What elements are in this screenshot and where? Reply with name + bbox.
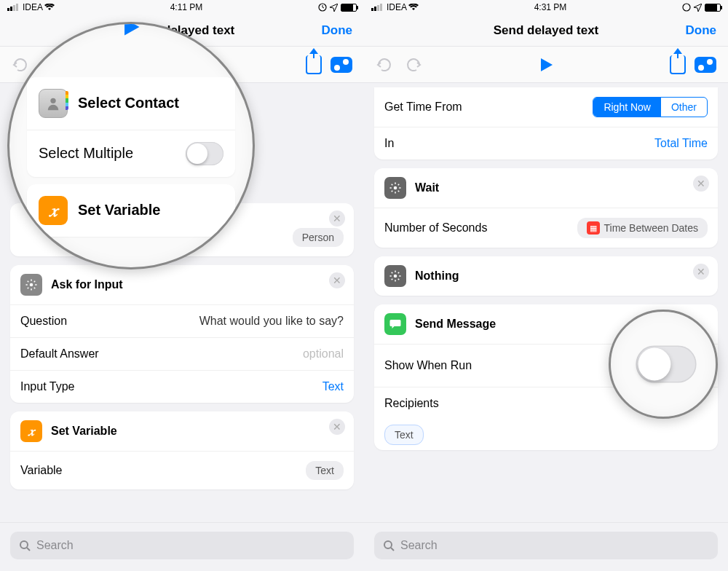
- location-icon: [330, 4, 338, 12]
- input-type-label: Input Type: [20, 380, 74, 393]
- seg-right-now[interactable]: Right Now: [593, 98, 661, 117]
- variable-icon: 𝑥: [39, 196, 68, 225]
- share-button[interactable]: [306, 55, 322, 74]
- play-button[interactable]: [121, 22, 141, 37]
- close-icon[interactable]: ✕: [693, 176, 709, 192]
- share-button[interactable]: [670, 55, 686, 74]
- question-row[interactable]: Question What would you like to say?: [10, 304, 354, 337]
- close-icon[interactable]: ✕: [329, 419, 345, 435]
- get-time-label: Get Time From: [384, 101, 462, 114]
- page-title: Send delayed text: [494, 23, 599, 38]
- status-bar: IDEA 4:11 PM: [0, 0, 364, 15]
- search-placeholder: Search: [36, 539, 74, 552]
- svg-point-2: [20, 541, 28, 548]
- signal-group: IDEA: [371, 2, 419, 12]
- nothing-card[interactable]: ✕ Nothing: [374, 256, 718, 296]
- question-label: Question: [20, 315, 67, 328]
- gear-icon: [20, 274, 42, 296]
- wifi-icon: [44, 4, 55, 11]
- calendar-icon: ▦: [587, 221, 600, 235]
- card-title: Set Variable: [51, 425, 117, 438]
- search-icon: [383, 540, 395, 551]
- input-type-row[interactable]: Input Type Text: [10, 370, 354, 403]
- search-input[interactable]: Search: [10, 532, 354, 559]
- default-answer-label: Default Answer: [20, 347, 99, 361]
- time-source-segmented[interactable]: Right Now Other: [593, 97, 708, 117]
- phone-left: IDEA 4:11 PM Send delayed text Done: [0, 0, 364, 571]
- card-title: Ask for Input: [51, 278, 123, 291]
- time-between-dates-pill[interactable]: ▦ Time Between Dates: [577, 218, 708, 238]
- location-icon: [694, 4, 702, 12]
- svg-line-9: [391, 548, 394, 551]
- close-icon[interactable]: ✕: [329, 272, 345, 288]
- message-body-area[interactable]: Text: [374, 420, 718, 450]
- variable-text-pill[interactable]: Text: [306, 461, 344, 480]
- phone-right: IDEA 4:31 PM Send delayed text Done Get …: [364, 0, 728, 571]
- svg-line-3: [27, 548, 30, 551]
- settings-toggle-button[interactable]: [331, 57, 352, 73]
- set-variable-card-2[interactable]: ✕ 𝑥 Set Variable Variable Text: [10, 411, 354, 489]
- signal-bars-icon: [371, 4, 382, 11]
- search-input[interactable]: Search: [374, 532, 718, 559]
- svg-point-5: [683, 4, 690, 11]
- default-answer-row[interactable]: Default Answer optional: [10, 337, 354, 370]
- undo-icon[interactable]: [12, 56, 29, 74]
- card-title: Nothing: [415, 269, 459, 283]
- search-footer: Search: [364, 522, 728, 571]
- ask-for-input-card[interactable]: ✕ Ask for Input Question What would you …: [10, 265, 354, 403]
- carrier-label: IDEA: [23, 2, 43, 12]
- gear-icon: [384, 177, 406, 199]
- wifi-icon: [408, 4, 419, 11]
- editor-toolbar: [364, 47, 728, 83]
- seconds-label: Number of Seconds: [384, 221, 487, 235]
- svg-point-8: [384, 541, 392, 548]
- select-contact-title: Select Contact: [78, 95, 179, 111]
- close-icon[interactable]: ✕: [329, 210, 345, 227]
- clock: 4:31 PM: [534, 2, 567, 12]
- gear-icon: [384, 265, 406, 287]
- question-value: What would you like to say?: [199, 315, 344, 328]
- rotation-lock-icon: [682, 3, 691, 12]
- close-icon[interactable]: ✕: [693, 264, 709, 280]
- done-button[interactable]: Done: [686, 23, 717, 38]
- undo-redo-group: [376, 56, 422, 74]
- get-time-card[interactable]: Get Time From Right Now Other In Total T…: [374, 87, 718, 160]
- search-icon: [19, 540, 31, 551]
- search-placeholder: Search: [400, 539, 438, 552]
- rotation-lock-icon: [318, 3, 327, 12]
- battery-icon: [341, 4, 357, 12]
- contacts-icon: [39, 89, 68, 118]
- clock: 4:11 PM: [170, 2, 203, 12]
- battery-icon: [705, 4, 721, 12]
- svg-point-4: [50, 98, 55, 103]
- signal-bars-icon: [7, 4, 18, 11]
- variable-row[interactable]: Variable Text: [10, 451, 354, 489]
- redo-icon[interactable]: [405, 56, 422, 74]
- svg-point-1: [30, 283, 33, 287]
- select-multiple-label: Select Multiple: [39, 145, 133, 162]
- search-footer: Search: [0, 522, 364, 571]
- undo-icon[interactable]: [376, 56, 393, 74]
- in-value[interactable]: Total Time: [654, 137, 708, 150]
- seconds-row[interactable]: Number of Seconds ▦ Time Between Dates: [374, 208, 718, 248]
- text-variable-pill[interactable]: Text: [384, 425, 424, 445]
- variable-person-pill[interactable]: Person: [293, 228, 344, 247]
- magnifier-callout: [609, 310, 718, 419]
- settings-toggle-button[interactable]: [695, 57, 716, 73]
- in-label: In: [384, 137, 394, 150]
- signal-group: IDEA: [7, 2, 55, 12]
- svg-point-7: [394, 275, 397, 278]
- variable-label: Variable: [20, 464, 63, 477]
- status-right: [318, 3, 357, 12]
- card-title: Wait: [415, 181, 439, 194]
- variable-icon: 𝑥: [20, 420, 42, 442]
- status-bar: IDEA 4:31 PM: [364, 0, 728, 15]
- done-button[interactable]: Done: [322, 23, 353, 38]
- select-multiple-toggle[interactable]: [186, 142, 223, 165]
- recipients-label: Recipients: [384, 397, 439, 410]
- show-when-run-toggle-zoomed[interactable]: [636, 345, 696, 382]
- carrier-label: IDEA: [387, 2, 407, 12]
- wait-card[interactable]: ✕ Wait Number of Seconds ▦ Time Between …: [374, 168, 718, 248]
- seg-other[interactable]: Other: [661, 98, 707, 117]
- play-button[interactable]: [538, 57, 554, 73]
